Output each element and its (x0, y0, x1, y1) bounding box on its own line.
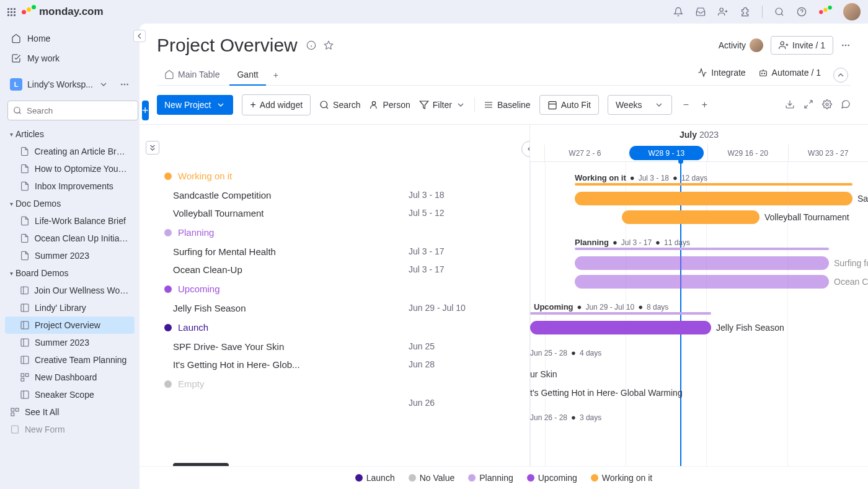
sidebar-item[interactable]: Life-Work Balance Brief (5, 212, 135, 230)
sidebar-item[interactable]: Summer 2023 (5, 247, 135, 264)
toolbar-filter[interactable]: Filter (419, 100, 466, 110)
sidebar-item[interactable]: Summer 2023 (5, 334, 135, 351)
group-summary-working: Working on it● Jul 3 - 18● 12 days (575, 173, 707, 182)
sidebar-item[interactable]: New Form (5, 421, 135, 438)
fullscreen-icon[interactable] (804, 99, 813, 111)
more-icon[interactable] (841, 40, 851, 50)
workspace-selector[interactable]: L Lindy's Worksp... (0, 73, 140, 96)
task-row[interactable]: Jun 26 (140, 394, 529, 411)
logo[interactable]: monday.com (22, 5, 104, 19)
gantt-bar[interactable]: Ocean Clean-Up (575, 275, 829, 289)
doc-icon (20, 251, 30, 261)
gantt-bar[interactable]: Volleyball Tournament (622, 210, 760, 224)
apps-icon[interactable] (7, 8, 16, 16)
task-row[interactable]: Ocean Clean-UpJul 3 - 17 (140, 261, 529, 279)
search-icon[interactable] (774, 6, 785, 17)
inbox-icon[interactable] (695, 6, 706, 17)
help-icon[interactable] (796, 6, 807, 17)
invite-button[interactable]: Invite / 1 (771, 36, 833, 55)
bar-label-clipped: t's Getting Hot in Here- Global Warming (530, 388, 683, 398)
extension-icon[interactable] (740, 6, 751, 17)
gantt-bar[interactable]: Surfing for Mental Health (575, 256, 829, 270)
task-row[interactable]: SPF Drive- Save Your SkinJun 25 (140, 338, 529, 356)
legend-item: Working on it (591, 473, 652, 483)
task-row[interactable]: It's Getting Hot in Here- Glob...Jun 28 (140, 356, 529, 374)
status-dot (164, 173, 172, 180)
sidebar-item[interactable]: New Dashboard (5, 369, 135, 386)
sidebar-collapse-button[interactable] (133, 30, 146, 42)
tab-main-table[interactable]: Main Table (157, 65, 227, 86)
svg-rect-25 (11, 408, 14, 411)
week-header: W29 16 - 20 (707, 145, 788, 161)
toolbar-search[interactable]: Search (319, 100, 360, 110)
chat-icon[interactable] (841, 99, 851, 111)
group-empty[interactable]: Empty (140, 374, 529, 394)
add-item-button[interactable]: + (142, 101, 149, 120)
svg-rect-21 (25, 374, 29, 377)
gantt-view: Working on it Sandcastle CompetitionJul … (140, 125, 868, 489)
nav-mywork[interactable]: My work (5, 48, 135, 68)
zoom-out-button[interactable]: − (681, 99, 691, 110)
folder-articles[interactable]: ▾Articles (5, 125, 135, 143)
new-project-button[interactable]: New Project (157, 95, 233, 115)
tab-gantt[interactable]: Gantt (229, 65, 265, 86)
sidebar-item[interactable]: Sneaker Scope (5, 386, 135, 403)
group-planning[interactable]: Planning (140, 222, 529, 243)
download-icon[interactable] (785, 99, 795, 111)
summary-bar (575, 183, 852, 186)
svg-marker-32 (324, 41, 332, 49)
svg-marker-46 (420, 101, 428, 109)
task-row[interactable]: Sandcastle CompetitionJul 3 - 18 (140, 186, 529, 204)
gantt-bar[interactable]: Sandcastle Competition (575, 192, 852, 205)
collapse-all-button[interactable] (146, 141, 159, 155)
invite-icon[interactable] (717, 6, 728, 17)
group-launch[interactable]: Launch (140, 317, 529, 338)
star-icon[interactable] (324, 40, 334, 50)
integrate-button[interactable]: Integrate (698, 68, 745, 83)
collapse-header-button[interactable] (833, 68, 848, 83)
info-icon[interactable] (306, 40, 316, 50)
sidebar-item[interactable]: Join Our Wellness Work... (5, 282, 135, 299)
sidebar-item-project-overview[interactable]: Project Overview (5, 316, 135, 334)
group-upcoming[interactable]: Upcoming (140, 279, 529, 299)
sidebar-search-input[interactable] (7, 101, 138, 120)
sidebar-item[interactable]: Creative Team Planning (5, 351, 135, 369)
svg-rect-10 (21, 287, 28, 294)
avatar[interactable] (843, 3, 861, 20)
bell-icon[interactable] (673, 6, 684, 17)
activity-avatar (750, 38, 763, 52)
toolbar-baseline[interactable]: Baseline (484, 100, 531, 110)
home-icon (11, 34, 21, 43)
top-bar: monday.com (0, 0, 868, 24)
task-row[interactable]: Surfing for Mental HealthJul 3 - 17 (140, 243, 529, 261)
timescale-select[interactable]: Weeks (608, 95, 673, 115)
workspace-badge: L (10, 78, 22, 91)
group-working[interactable]: Working on it (140, 166, 529, 186)
automate-button[interactable]: Automate / 1 (758, 68, 821, 83)
sidebar-item[interactable]: Inbox Improvements (5, 177, 135, 195)
bar-label-clipped: ur Skin (530, 369, 557, 379)
sidebar-item[interactable]: Ocean Clean Up Initiative (5, 230, 135, 247)
toolbar-person[interactable]: Person (369, 100, 410, 110)
gantt-bar[interactable]: Jelly Fish Season (530, 321, 711, 334)
add-widget-button[interactable]: +Add widget (242, 94, 311, 115)
folder-boarddemos[interactable]: ▾Board Demos (5, 264, 135, 282)
zoom-in-button[interactable]: + (699, 99, 709, 110)
sidebar-item[interactable]: See It All (5, 403, 135, 421)
product-switcher-icon[interactable] (819, 6, 831, 18)
nav-home[interactable]: Home (5, 29, 135, 48)
timeline-month: July 2023 (530, 125, 868, 145)
folder-docdemos[interactable]: ▾Doc Demos (5, 195, 135, 212)
task-row[interactable]: Volleyball TournamentJul 5 - 12 (140, 204, 529, 222)
add-tab-button[interactable]: + (268, 65, 283, 85)
sidebar-item[interactable]: How to Optomize Your ... (5, 160, 135, 177)
status-dot (164, 285, 172, 293)
task-row[interactable]: Jelly Fish SeasonJun 29 - Jul 10 (140, 299, 529, 317)
settings-icon[interactable] (822, 99, 832, 111)
gantt-timeline[interactable]: July 2023 W27 2 - 6 W28 9 - 13 W29 16 - … (530, 125, 868, 489)
more-icon[interactable] (120, 79, 130, 89)
sidebar-item[interactable]: Creating an Article Brea... (5, 143, 135, 160)
activity-button[interactable]: Activity (719, 38, 763, 52)
sidebar-item[interactable]: Lindy' Library (5, 299, 135, 316)
autofit-button[interactable]: Auto Fit (539, 95, 599, 115)
